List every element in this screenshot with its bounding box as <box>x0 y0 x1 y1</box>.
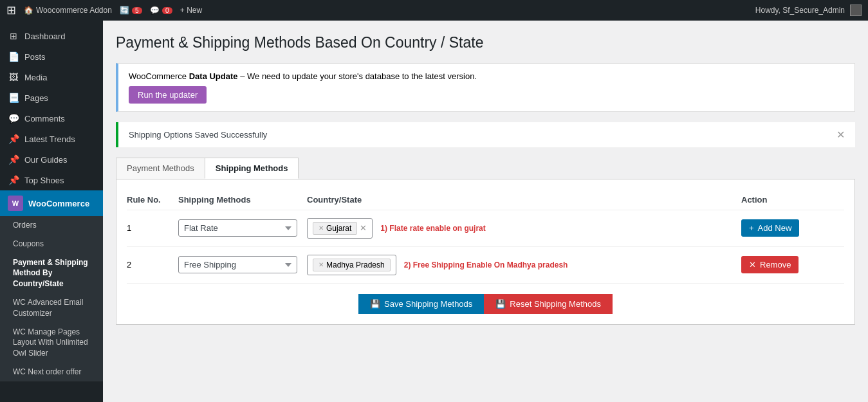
rule-no-1: 1 <box>127 223 178 233</box>
topbar-right: Howdy, Sf_Secure_Admin <box>755 5 862 16</box>
notice-bold: Data Update <box>189 71 238 81</box>
main-content: Payment & Shipping Methods Based On Coun… <box>103 21 868 402</box>
col-action: Action <box>741 195 844 205</box>
bottom-actions: 💾 Save Shipping Methods 💾 Reset Shipping… <box>127 294 844 314</box>
woocommerce-submenu: Orders Coupons Payment & Shipping Method… <box>0 216 103 381</box>
sidebar-item-wc-next-order[interactable]: WC Next order offer <box>0 363 103 381</box>
sidebar-item-dashboard[interactable]: ⊞ Dashboard <box>0 26 103 46</box>
tag-madhya-pradesh: ✕ Madhya Pradesh <box>313 259 391 271</box>
country-cell-1: ✕ Gujarat ✕ 1) Flate rate enable on gujr… <box>307 218 741 239</box>
country-tag-input-1[interactable]: ✕ Gujarat ✕ <box>307 218 373 239</box>
col-shipping-methods: Shipping Methods <box>178 195 307 205</box>
sidebar-item-latest-trends[interactable]: 📌 Latest Trends <box>0 129 103 149</box>
sidebar-item-coupons[interactable]: Coupons <box>0 235 103 253</box>
save-shipping-methods-button[interactable]: 💾 Save Shipping Methods <box>358 294 484 314</box>
annotation-row-1: 1) Flate rate enable on gujrat <box>380 224 485 233</box>
notice-text-end: – We need to update your store's databas… <box>238 71 477 81</box>
comments-item[interactable]: 💬 0 <box>150 6 172 15</box>
pages-icon: 📃 <box>8 93 19 103</box>
col-rule-no: Rule No. <box>127 195 178 205</box>
sidebar: ⊞ Dashboard 📄 Posts 🖼 Media 📃 Pages 💬 Co… <box>0 21 103 402</box>
updates-icon: 🔄 <box>120 6 129 15</box>
close-notice-button[interactable]: ✕ <box>836 129 845 141</box>
woocommerce-icon: W <box>8 196 23 211</box>
country-cell-2: ✕ Madhya Pradesh 2) Free Shipping Enable… <box>307 255 741 275</box>
add-new-button[interactable]: + Add New <box>741 219 799 237</box>
sidebar-item-comments[interactable]: 💬 Comments <box>0 108 103 129</box>
sidebar-item-pages[interactable]: 📃 Pages <box>0 87 103 108</box>
latest-trends-icon: 📌 <box>8 134 19 144</box>
table-row: 2 Flat Rate Free Shipping Local Pickup ✕… <box>127 247 844 284</box>
sidebar-item-wc-manage-pages[interactable]: WC Manage Pages Layout With Unlimited Ow… <box>0 323 103 363</box>
save-icon: 💾 <box>370 299 380 309</box>
home-icon: 🏠 <box>24 6 33 15</box>
tag-input-close-1[interactable]: ✕ <box>360 223 367 233</box>
remove-button[interactable]: ✕ Remove <box>741 256 799 273</box>
sidebar-item-wc-advanced-email[interactable]: WC Advanced Email Customizer <box>0 293 103 323</box>
table-header: Rule No. Shipping Methods Country/State … <box>127 190 844 210</box>
country-tag-input-2[interactable]: ✕ Madhya Pradesh <box>307 255 396 275</box>
sidebar-item-our-guides[interactable]: 📌 Our Guides <box>0 149 103 170</box>
method-cell-2: Flat Rate Free Shipping Local Pickup <box>178 256 307 273</box>
sidebar-item-media[interactable]: 🖼 Media <box>0 67 103 87</box>
tag-close-gujarat[interactable]: ✕ <box>319 224 324 232</box>
our-guides-icon: 📌 <box>8 154 19 165</box>
reset-shipping-methods-button[interactable]: 💾 Reset Shipping Methods <box>484 294 613 314</box>
method-cell-1: Flat Rate Free Shipping Local Pickup <box>178 219 307 237</box>
media-icon: 🖼 <box>8 72 19 82</box>
data-update-notice: WooCommerce Data Update – We need to upd… <box>116 63 855 112</box>
shipping-method-select-1[interactable]: Flat Rate Free Shipping Local Pickup <box>178 219 297 237</box>
x-icon: ✕ <box>749 260 756 270</box>
dashboard-icon: ⊞ <box>8 31 19 41</box>
action-cell-1: + Add New <box>741 219 844 237</box>
annotation-row-2: 2) Free Shipping Enable On Madhya prades… <box>404 260 568 270</box>
run-updater-button[interactable]: Run the updater <box>129 86 207 104</box>
tag-gujarat: ✕ Gujarat <box>313 222 357 235</box>
new-item[interactable]: + New <box>180 6 202 15</box>
table-container: Rule No. Shipping Methods Country/State … <box>116 179 855 325</box>
woocommerce-header[interactable]: W WooCommerce <box>0 190 103 216</box>
sidebar-item-orders[interactable]: Orders <box>0 216 103 235</box>
site-name[interactable]: 🏠 Woocommerce Addon <box>24 6 112 15</box>
layout: ⊞ Dashboard 📄 Posts 🖼 Media 📃 Pages 💬 Co… <box>0 21 868 402</box>
success-notice: Shipping Options Saved Successfully ✕ <box>116 122 855 147</box>
comments-icon: 💬 <box>8 113 19 123</box>
shipping-method-select-2[interactable]: Flat Rate Free Shipping Local Pickup <box>178 256 297 273</box>
sidebar-item-payment-shipping[interactable]: Payment & Shipping Method By Country/Sta… <box>0 253 103 293</box>
tabs-container: Payment Methods Shipping Methods <box>116 158 855 179</box>
top-shoes-icon: 📌 <box>8 175 19 185</box>
rule-no-2: 2 <box>127 260 178 270</box>
posts-icon: 📄 <box>8 51 19 62</box>
action-cell-2: ✕ Remove <box>741 256 844 273</box>
howdy-text: Howdy, Sf_Secure_Admin <box>755 6 845 15</box>
page-title: Payment & Shipping Methods Based On Coun… <box>116 33 855 53</box>
success-notice-text: Shipping Options Saved Successfully <box>129 130 267 140</box>
sidebar-item-posts[interactable]: 📄 Posts <box>0 46 103 67</box>
wp-logo-icon[interactable]: ⊞ <box>6 3 16 17</box>
avatar <box>850 5 862 16</box>
tab-payment-methods[interactable]: Payment Methods <box>116 158 205 179</box>
updates-item[interactable]: 🔄 5 <box>120 6 142 15</box>
table-row: 1 Flat Rate Free Shipping Local Pickup ✕… <box>127 210 844 247</box>
notice-content: WooCommerce Data Update – We need to upd… <box>129 71 477 104</box>
plus-icon: + <box>749 223 754 233</box>
tab-shipping-methods[interactable]: Shipping Methods <box>205 158 299 179</box>
sidebar-item-top-shoes[interactable]: 📌 Top Shoes <box>0 170 103 190</box>
reset-icon: 💾 <box>495 299 506 309</box>
col-country-state: Country/State <box>307 195 741 205</box>
comments-icon: 💬 <box>150 6 160 15</box>
notice-text-start: WooCommerce <box>129 71 189 81</box>
topbar-left: ⊞ 🏠 Woocommerce Addon 🔄 5 💬 0 + New <box>6 3 745 17</box>
topbar: ⊞ 🏠 Woocommerce Addon 🔄 5 💬 0 + New Howd… <box>0 0 868 21</box>
tag-close-mp[interactable]: ✕ <box>319 261 324 268</box>
